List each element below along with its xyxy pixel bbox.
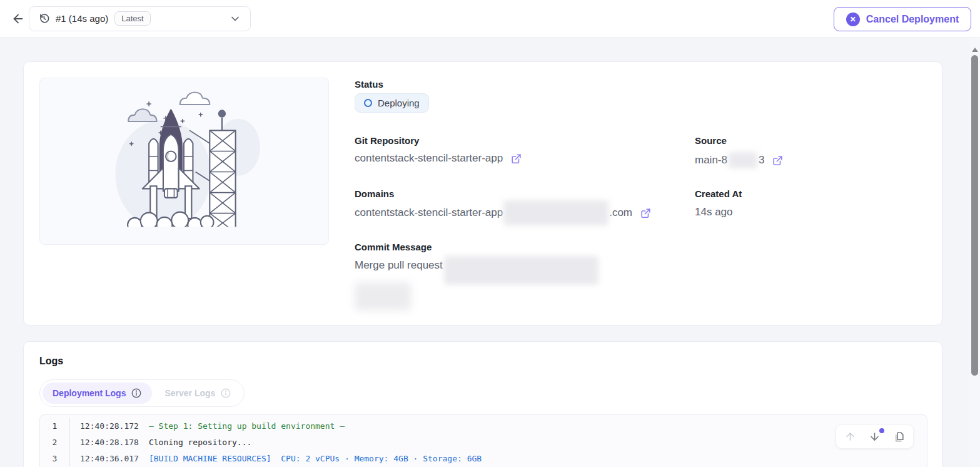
tab-server-logs[interactable]: Server Logs	[154, 382, 241, 404]
scroll-to-top-button[interactable]	[844, 431, 856, 443]
log-timestamp: 12:40:28.178	[80, 438, 139, 447]
log-timestamp: 12:40:28.172	[80, 421, 139, 431]
logs-tab-group: Deployment Logs Server Logs	[39, 379, 245, 407]
domains-value: contentstack-stencil-starter-app .com	[355, 205, 652, 220]
x-circle-icon: ✕	[846, 13, 860, 26]
chevron-down-icon	[229, 13, 241, 25]
info-icon	[220, 387, 231, 399]
arrow-up-icon	[844, 431, 856, 443]
external-link-icon[interactable]	[772, 155, 784, 167]
git-repository-label: Git Repository	[355, 135, 419, 146]
deploying-spinner-icon	[364, 99, 372, 107]
status-label: Status	[355, 79, 383, 90]
topbar: #1 (14s ago) Latest ✕ Cancel Deployment	[0, 0, 980, 38]
logs-card: Logs Deployment Logs Server Logs 1 12:40…	[23, 341, 942, 467]
redacted-blur	[355, 282, 411, 310]
new-logs-indicator-dot	[879, 428, 884, 433]
log-row: 1 12:40:28.172 — Step 1: Setting up buil…	[40, 418, 927, 434]
source-label: Source	[695, 135, 727, 146]
commit-message-value: Merge pull request	[355, 259, 599, 272]
log-line-number: 1	[40, 418, 70, 434]
latest-badge: Latest	[114, 11, 150, 26]
page-scrollbar[interactable]	[969, 38, 980, 467]
copy-logs-button[interactable]	[893, 431, 905, 443]
scroll-to-bottom-button[interactable]	[869, 431, 881, 443]
back-button[interactable]	[8, 8, 29, 29]
log-message: Cloning repository...	[149, 438, 251, 447]
log-row: 3 12:40:36.017 [BUILD MACHINE RESOURCES]…	[40, 450, 927, 466]
source-value: main-8 3	[695, 152, 784, 168]
commit-message-text: Merge pull request	[355, 259, 443, 272]
log-line-number: 2	[40, 434, 70, 450]
created-at-value: 14s ago	[695, 206, 733, 218]
source-branch-suffix: 3	[759, 154, 764, 167]
git-repository-value: contentstack-stencil-starter-app	[355, 152, 522, 165]
git-repository-name: contentstack-stencil-starter-app	[355, 152, 503, 165]
copy-icon	[893, 431, 905, 443]
external-link-icon[interactable]	[510, 153, 522, 165]
status-value: Deploying	[378, 98, 420, 108]
logs-title: Logs	[39, 356, 63, 367]
rocket-illustration	[39, 78, 329, 245]
tab-deployment-logs[interactable]: Deployment Logs	[43, 382, 152, 404]
info-icon[interactable]	[131, 387, 142, 399]
log-timestamp: 12:40:36.017	[80, 454, 139, 463]
domains-label: Domains	[355, 188, 394, 199]
status-badge: Deploying	[355, 93, 429, 113]
domain-suffix: .com	[609, 207, 632, 219]
arrow-left-icon	[11, 12, 25, 26]
source-branch-prefix: main-8	[695, 154, 727, 167]
tab-server-logs-label: Server Logs	[164, 388, 215, 398]
log-message: [BUILD MACHINE RESOURCES] CPU: 2 vCPUs ·…	[149, 454, 482, 463]
log-message: — Step 1: Setting up build environment —	[149, 421, 345, 431]
domain-prefix: contentstack-stencil-starter-app	[355, 207, 503, 219]
cancel-deployment-button[interactable]: ✕ Cancel Deployment	[834, 7, 971, 31]
deployment-overview-card: Status Deploying Git Repository contents…	[23, 61, 942, 326]
history-icon	[38, 13, 50, 24]
scrollbar-up-arrow[interactable]	[972, 48, 978, 52]
commit-message-label: Commit Message	[355, 242, 432, 252]
tab-deployment-logs-label: Deployment Logs	[53, 388, 126, 398]
deployment-selector[interactable]: #1 (14s ago) Latest	[29, 6, 251, 31]
redacted-blur	[444, 256, 599, 285]
created-at-label: Created At	[695, 188, 742, 199]
redacted-blur	[503, 200, 609, 225]
deployment-selector-label: #1 (14s ago)	[56, 13, 108, 24]
arrow-down-icon	[869, 431, 881, 443]
log-line-number: 3	[40, 450, 70, 466]
log-toolbar	[836, 425, 913, 448]
cancel-deployment-label: Cancel Deployment	[866, 14, 959, 25]
scrollbar-thumb[interactable]	[971, 55, 978, 376]
external-link-icon[interactable]	[640, 207, 652, 219]
log-row: 2 12:40:28.178 Cloning repository...	[40, 434, 927, 450]
log-output-panel[interactable]: 1 12:40:28.172 — Step 1: Setting up buil…	[39, 414, 927, 467]
redacted-blur	[729, 152, 757, 168]
